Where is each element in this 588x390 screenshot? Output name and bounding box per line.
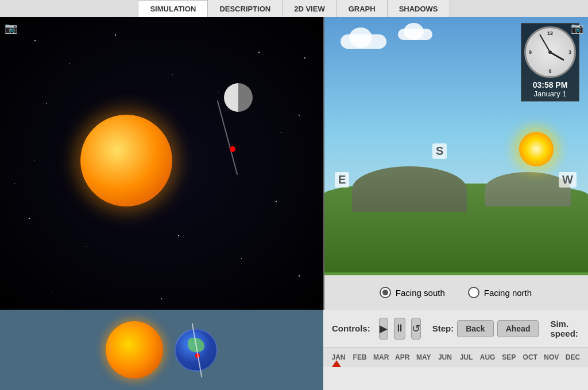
facing-north-option[interactable]: Facing north <box>468 287 532 298</box>
facing-bar: Facing south Facing north <box>323 275 588 310</box>
tab-description[interactable]: DESCRIPTION <box>208 0 283 17</box>
cloud-1 <box>341 34 386 49</box>
month-aug[interactable]: AUG <box>477 353 498 361</box>
landscape-hills <box>323 184 588 275</box>
tab-2d-view[interactable]: 2D VIEW <box>283 0 336 17</box>
analog-clock: 12 3 6 9 <box>524 26 576 78</box>
reset-button[interactable]: ↺ <box>411 318 421 340</box>
moon-planet <box>224 83 253 112</box>
month-jul[interactable]: JUL <box>455 353 477 361</box>
facing-south-option[interactable]: Facing south <box>380 287 445 298</box>
sun-planet <box>80 115 172 206</box>
clock-center <box>548 50 552 54</box>
step-section: Step: Back Ahead <box>432 320 539 337</box>
month-dec[interactable]: DEC <box>562 353 583 361</box>
month-oct[interactable]: OCT <box>520 353 541 361</box>
tab-graph[interactable]: GRAPH <box>337 0 388 17</box>
moon-lit-side <box>224 83 238 112</box>
ahead-button[interactable]: Ahead <box>497 320 539 337</box>
camera-icon-left[interactable]: 📷 <box>5 22 17 34</box>
clock-time: 03:58 PM <box>524 80 576 89</box>
camera-icon-right[interactable]: 📷 <box>571 22 583 34</box>
tab-shadows[interactable]: SHADOWS <box>388 0 450 17</box>
space-simulation-panel: 📷 <box>0 17 323 310</box>
clock-minute-hand <box>539 34 551 52</box>
clock-hour-hand <box>550 52 564 61</box>
month-may[interactable]: MAY <box>413 353 434 361</box>
east-label: E <box>335 172 349 188</box>
month-nov[interactable]: NOV <box>541 353 562 361</box>
play-button[interactable]: ▶ <box>379 318 388 340</box>
moon-dark-side <box>238 83 253 112</box>
clock-panel: 12 3 6 9 03:58 PM January 1 <box>521 23 579 102</box>
vertical-divider <box>323 17 324 310</box>
clock-12: 12 <box>547 30 553 36</box>
clock-6: 6 <box>548 68 551 74</box>
pause-button[interactable]: ⏸ <box>394 318 405 340</box>
controls-label: Controls: <box>332 323 370 333</box>
observer-marker <box>230 146 235 152</box>
month-marker <box>332 360 341 367</box>
step-label: Step: <box>432 323 454 333</box>
facing-south-radio[interactable] <box>380 287 391 298</box>
speed-label: Sim. speed: <box>550 319 588 338</box>
month-mar[interactable]: MAR <box>370 353 392 361</box>
facing-north-radio[interactable] <box>468 287 479 298</box>
bottom-controls-panel: Controls: ▶ ⏸ ↺ Step: Back Ahead Sim. sp… <box>323 310 588 390</box>
clock-9: 9 <box>529 49 532 55</box>
controls-row: Controls: ▶ ⏸ ↺ Step: Back Ahead Sim. sp… <box>323 310 588 347</box>
month-feb[interactable]: FEB <box>349 353 370 361</box>
month-sep[interactable]: SEP <box>498 353 520 361</box>
sun-in-sky <box>519 132 554 166</box>
facing-north-label: Facing north <box>484 288 532 298</box>
bottom-left-panel <box>0 310 323 390</box>
month-bar: JAN FEB MAR APR MAY JUN JUL AUG SEP OCT … <box>323 347 588 367</box>
facing-south-label: Facing south <box>396 288 445 298</box>
month-jun[interactable]: JUN <box>434 353 455 361</box>
clock-3: 3 <box>568 49 571 55</box>
month-apr[interactable]: APR <box>392 353 413 361</box>
earth-mini-wrapper <box>175 329 218 372</box>
sun-mini <box>106 321 163 379</box>
west-label: W <box>559 172 577 188</box>
back-button[interactable]: Back <box>457 320 493 337</box>
speed-section: Sim. speed: <box>550 319 588 338</box>
top-navigation: SIMULATION DESCRIPTION 2D VIEW GRAPH SHA… <box>0 0 588 17</box>
cloud-2 <box>398 29 432 40</box>
south-label: S <box>432 143 447 159</box>
clock-date: January 1 <box>524 89 576 98</box>
tab-simulation[interactable]: SIMULATION <box>138 0 208 17</box>
facing-south-radio-fill <box>382 290 388 295</box>
sky-view-panel: E S W 12 3 6 9 03:58 PM January 1 📷 Faci… <box>323 17 588 310</box>
